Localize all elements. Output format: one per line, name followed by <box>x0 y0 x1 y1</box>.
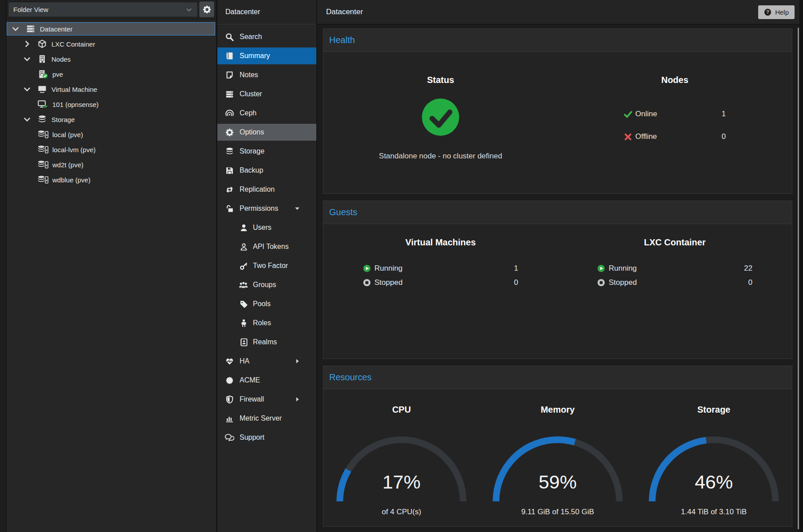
tree-item-101-opnsense[interactable]: 101 (opnsense) <box>7 98 215 111</box>
tree-item-local-pve[interactable]: local (pve) <box>7 128 215 141</box>
disk-storage-icon <box>37 145 49 154</box>
resource-column-storage: Storage46%1.44 TiB of 3.10 TiB <box>636 389 792 526</box>
view-mode-value: Folder View <box>13 6 48 13</box>
status-title: Status <box>427 75 454 85</box>
nav-item-users[interactable]: Users <box>217 219 316 236</box>
tree-item-label: Nodes <box>51 55 71 63</box>
nav-item-label: Realms <box>253 338 277 346</box>
guest-state-label: Stopped <box>609 278 637 287</box>
tree-item-label: wd2t (pve) <box>52 161 83 169</box>
gear-icon <box>224 128 234 137</box>
nav-item-summary[interactable]: Summary <box>217 47 316 64</box>
tree-item-label: wdblue (pve) <box>52 176 91 184</box>
monitor-icon <box>36 85 48 94</box>
chevron-down-icon <box>21 55 33 63</box>
tree-item-lxc-container[interactable]: LXC Container <box>7 37 215 51</box>
gear-icon <box>203 5 211 14</box>
nav-title: Datacenter <box>217 0 316 24</box>
nav-item-two-factor[interactable]: Two Factor <box>217 257 316 274</box>
nav-item-realms[interactable]: Realms <box>217 334 316 351</box>
help-button[interactable]: ? Help <box>758 5 795 19</box>
tree-item-virtual-machine[interactable]: Virtual Machine <box>7 83 215 96</box>
user-icon <box>239 224 248 232</box>
tree-settings-button[interactable] <box>199 1 214 17</box>
nav-item-label: Options <box>240 128 264 136</box>
virtual-machines-running-row: Running1 <box>363 262 518 275</box>
cpu-gauge: 17% <box>335 435 468 504</box>
guest-state-count: 0 <box>514 278 518 287</box>
nav-item-ha[interactable]: HA <box>217 353 316 370</box>
resources-panel: Resources CPU17%of 4 CPU(s)Memory59%9.11… <box>323 366 792 527</box>
tree-item-wdblue-pve[interactable]: wdblue (pve) <box>7 173 215 186</box>
nav-item-label: Two Factor <box>253 262 288 270</box>
gauge-arc <box>647 435 780 504</box>
nav-item-label: Search <box>240 33 262 41</box>
guests-panel-title: Guests <box>323 201 792 224</box>
datacenter-nav: Datacenter SearchSummaryNotesClusterCeph… <box>217 0 316 532</box>
nodes-rows: Online 1 Offline 0 <box>624 107 726 153</box>
server-icon <box>224 90 234 99</box>
nodes-title: Nodes <box>661 75 688 85</box>
nav-item-label: Support <box>240 433 264 441</box>
nav-item-firewall[interactable]: Firewall <box>217 391 316 408</box>
users-icon <box>239 281 248 289</box>
resource-tree: DatacenterLXC ContainerNodespveVirtual M… <box>7 22 215 188</box>
chevron-down-icon <box>21 85 33 94</box>
tree-item-datacenter[interactable]: Datacenter <box>7 22 215 35</box>
health-panel: Health Status Standalone node - no clust… <box>323 28 792 194</box>
nav-item-label: Permissions <box>240 205 278 213</box>
nodes-column: Nodes Online 1 Offline 0 <box>558 52 792 193</box>
tree-item-storage[interactable]: Storage <box>7 113 215 126</box>
nav-item-groups[interactable]: Groups <box>217 276 316 293</box>
nav-item-label: Pools <box>253 300 271 308</box>
tree-item-pve[interactable]: pve <box>7 67 215 81</box>
nav-item-label: Summary <box>240 52 270 60</box>
resource-title: Memory <box>541 404 575 415</box>
disk-storage-icon <box>37 130 49 139</box>
nav-item-metric-server[interactable]: Metric Server <box>217 410 316 427</box>
summary-scroll-area: Health Status Standalone node - no clust… <box>317 25 797 532</box>
tree-item-nodes[interactable]: Nodes <box>7 52 215 66</box>
nav-item-api-tokens[interactable]: API Tokens <box>217 238 316 255</box>
chart-bar-icon <box>224 414 234 423</box>
nav-item-replication[interactable]: Replication <box>217 181 316 198</box>
caret-down-icon <box>294 205 300 212</box>
resource-column-cpu: CPU17%of 4 CPU(s) <box>323 389 480 526</box>
tree-item-wd2t-pve[interactable]: wd2t (pve) <box>7 158 215 171</box>
guests-column-lxc-container: LXC ContainerRunning22Stopped0 <box>558 224 792 359</box>
nav-item-ceph[interactable]: Ceph <box>217 105 316 122</box>
nav-item-backup[interactable]: Backup <box>217 162 316 179</box>
resource-title: Storage <box>697 404 730 415</box>
note-icon <box>224 71 234 79</box>
nav-item-cluster[interactable]: Cluster <box>217 86 316 102</box>
nav-item-storage[interactable]: Storage <box>217 143 316 160</box>
view-mode-select[interactable]: Folder View <box>8 2 197 17</box>
nav-item-support[interactable]: Support <box>217 429 316 446</box>
person-icon <box>239 319 248 327</box>
offline-count: 0 <box>722 132 726 141</box>
lxc-container-running-row: Running22 <box>597 262 752 275</box>
cross-icon <box>624 133 632 141</box>
gauge-percent-label: 17% <box>335 471 468 493</box>
nav-item-search[interactable]: Search <box>217 28 316 45</box>
tree-item-local-lvm-pve[interactable]: local-lvm (pve) <box>7 143 215 156</box>
guests-rows: Running22Stopped0 <box>597 262 752 291</box>
nav-item-options[interactable]: Options <box>217 124 316 141</box>
nodes-online-row: Online 1 <box>624 107 726 121</box>
nav-item-label: Notes <box>240 71 258 79</box>
nav-item-pools[interactable]: Pools <box>217 296 316 312</box>
vertical-scrollbar-thumb[interactable] <box>798 28 799 529</box>
check-circle-icon <box>422 99 459 136</box>
nav-item-permissions[interactable]: Permissions <box>217 200 316 217</box>
cube-icon <box>36 39 48 48</box>
gauge-caption: 1.44 TiB of 3.10 TiB <box>681 508 747 516</box>
status-message: Standalone node - no cluster defined <box>379 152 502 161</box>
tree-item-label: pve <box>52 71 63 78</box>
play-icon <box>597 264 605 272</box>
disks-icon <box>36 115 48 124</box>
nav-item-roles[interactable]: Roles <box>217 315 316 331</box>
guest-state-label: Stopped <box>374 278 402 287</box>
gauge-arc <box>491 435 624 504</box>
nav-item-acme[interactable]: ACME <box>217 372 316 389</box>
nav-item-notes[interactable]: Notes <box>217 67 316 83</box>
